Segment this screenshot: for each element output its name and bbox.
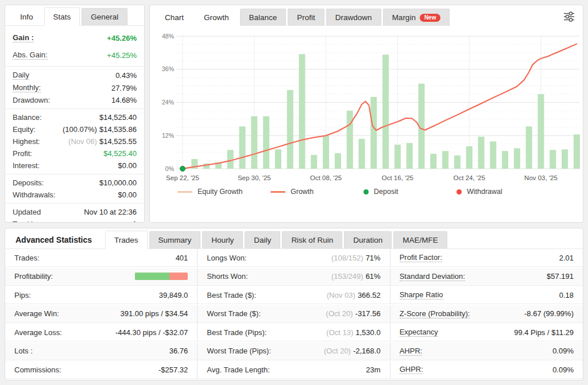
legend-label: Growth bbox=[291, 188, 314, 196]
legend-item-withdrawal[interactable]: Withdrawal bbox=[457, 188, 550, 196]
chart-panel: ChartGrowthBalanceProfitDrawdownMarginNe… bbox=[149, 5, 583, 223]
stat-value: (Oct 13)1,530.0 bbox=[326, 328, 380, 337]
stat-label[interactable]: Abs. Gain: bbox=[13, 50, 48, 60]
stat-label[interactable]: AHPR: bbox=[400, 347, 423, 356]
tab-daily[interactable]: Daily bbox=[245, 231, 280, 248]
tab-info[interactable]: Info bbox=[11, 8, 42, 25]
stat-value: 0.43% bbox=[115, 71, 137, 80]
tab-chart[interactable]: Chart bbox=[156, 9, 193, 26]
stat-label: Best Trade ($): bbox=[207, 291, 256, 300]
tab-growth[interactable]: Growth bbox=[195, 8, 238, 26]
tab-mae-mfe[interactable]: MAE/MFE bbox=[393, 231, 447, 248]
stats-section: Deposits:$10,000.00Withdrawals:$0.00 bbox=[5, 174, 144, 203]
stat-value: -8.67 (99.99%) bbox=[524, 309, 574, 318]
stat-label: Lots : bbox=[14, 347, 33, 355]
stat-row-deposits: Deposits:$10,000.00 bbox=[13, 177, 137, 189]
stat-cell-average-win: Average Win:391.00 pips / $34.54 bbox=[5, 305, 198, 323]
tab-label: Hourly bbox=[211, 236, 234, 244]
stat-row-profit: Profit:$4,525.40 bbox=[13, 147, 137, 160]
legend-item-growth[interactable]: Growth bbox=[270, 188, 363, 196]
stat-value: 14.68% bbox=[111, 96, 137, 104]
stat-label: Equity: bbox=[13, 125, 36, 134]
stat-label: Commissions: bbox=[14, 365, 61, 374]
stat-value: Nov 10 at 22:36 bbox=[84, 208, 137, 216]
stat-label[interactable]: Z-Score (Probability): bbox=[400, 309, 470, 318]
stat-value: 39,849.0 bbox=[159, 291, 188, 300]
svg-text:Sep 30, '25: Sep 30, '25 bbox=[238, 174, 271, 181]
equity-growth-swatch-line-icon bbox=[177, 191, 192, 193]
stat-value: 391.00 pips / $34.54 bbox=[121, 309, 188, 318]
tab-label: Margin bbox=[392, 13, 416, 22]
stats-section: Gain :+45.26%Abs. Gain:+45.25% bbox=[5, 27, 144, 66]
legend-item-deposit[interactable]: Deposit bbox=[363, 188, 457, 196]
chart-settings-icon[interactable] bbox=[561, 9, 577, 24]
tab-label: Risk of Ruin bbox=[291, 236, 333, 244]
stat-label[interactable]: Gain : bbox=[13, 33, 34, 42]
stats-list: Gain :+45.26%Abs. Gain:+45.25%Daily0.43%… bbox=[5, 26, 144, 223]
stat-value: (Nov 03)366.52 bbox=[327, 291, 381, 300]
stat-row-monthly: Monthly:27.79% bbox=[13, 81, 137, 94]
stat-label: Highest: bbox=[13, 137, 40, 146]
svg-text:Sep 22, '25: Sep 22, '25 bbox=[166, 174, 199, 181]
tab-profit[interactable]: Profit bbox=[288, 9, 324, 26]
stat-value: (Nov 06)$14,525.55 bbox=[68, 137, 137, 146]
stat-cell-avg-trade-length: Avg. Trade Length:23m bbox=[198, 361, 390, 379]
stat-value-prefix: (153/249) bbox=[331, 272, 363, 281]
stat-label[interactable]: Profit Factor: bbox=[400, 253, 442, 262]
stat-label: Drawdown: bbox=[13, 96, 50, 104]
stat-value-prefix: (Oct 20) bbox=[324, 347, 351, 355]
stat-cell-best-trade-pips: Best Trade (Pips):(Oct 13)1,530.0 bbox=[198, 324, 390, 341]
tab-label: MAE/MFE bbox=[403, 236, 438, 244]
tab-general[interactable]: General bbox=[82, 8, 127, 25]
tab-trades[interactable]: Trades bbox=[105, 231, 148, 249]
stat-label: Average Loss: bbox=[14, 328, 62, 337]
stat-value: $4,525.40 bbox=[103, 149, 137, 158]
svg-text:24%: 24% bbox=[162, 99, 174, 106]
stat-label[interactable]: Expectancy bbox=[400, 328, 438, 337]
stat-value: +45.26% bbox=[107, 34, 137, 42]
summary-tabstrip: InfoStatsGeneral bbox=[5, 5, 144, 26]
stat-value: 0.18 bbox=[559, 291, 574, 300]
stat-value: $0.00 bbox=[118, 190, 137, 199]
stats-section: UpdatedNov 10 at 22:36Tracking1 bbox=[5, 203, 144, 223]
svg-text:Nov 03, '25: Nov 03, '25 bbox=[524, 174, 558, 181]
tab-label: Balance bbox=[249, 13, 277, 22]
tab-label: Profit bbox=[297, 13, 315, 22]
tab-label: Info bbox=[20, 13, 33, 21]
tab-label: Growth bbox=[204, 13, 229, 22]
tab-risk-of-ruin[interactable]: Risk of Ruin bbox=[282, 231, 342, 248]
stat-value: (108/152)71% bbox=[331, 254, 381, 262]
stat-cell-worst-trade: Worst Trade ($):(Oct 20)-317.56 bbox=[198, 305, 390, 323]
legend-item-equity-growth[interactable]: Equity Growth bbox=[177, 188, 270, 196]
tab-duration[interactable]: Duration bbox=[344, 231, 392, 248]
stat-value: 99.4 Pips / $11.29 bbox=[514, 328, 574, 337]
stat-label: Worst Trade ($): bbox=[207, 309, 261, 318]
tab-hourly[interactable]: Hourly bbox=[202, 231, 243, 248]
statistics-table: Trades:401Longs Won:(108/152)71%Profit F… bbox=[5, 249, 583, 380]
svg-text:Oct 24, '25: Oct 24, '25 bbox=[454, 174, 485, 181]
stat-cell-trades: Trades:401 bbox=[5, 249, 198, 267]
tab-drawdown[interactable]: Drawdown bbox=[326, 9, 381, 26]
svg-text:36%: 36% bbox=[162, 65, 174, 72]
stat-label[interactable]: Daily bbox=[13, 71, 29, 80]
tab-stats[interactable]: Stats bbox=[44, 7, 80, 26]
stat-cell-sharpe-ratio: Sharpe Ratio0.18 bbox=[390, 286, 583, 304]
tab-label: Daily bbox=[254, 236, 271, 244]
growth-chart: 0%12%24%36%48%Sep 22, '25Sep 30, '25Oct … bbox=[150, 29, 583, 188]
tab-margin[interactable]: MarginNew bbox=[383, 9, 450, 26]
tab-balance[interactable]: Balance bbox=[240, 9, 287, 26]
tab-label: Summary bbox=[158, 236, 192, 244]
stat-row-equity: Equity:(100.07%)$14,535.86 bbox=[13, 123, 137, 135]
stat-label[interactable]: GHPR: bbox=[400, 365, 423, 374]
top-row: InfoStatsGeneral Gain :+45.26%Abs. Gain:… bbox=[5, 5, 583, 223]
stat-label[interactable]: Standard Deviation: bbox=[400, 272, 465, 281]
stat-label[interactable]: Monthly: bbox=[13, 83, 41, 92]
stat-row-gain: Gain :+45.26% bbox=[13, 29, 137, 46]
stat-row-balance: Balance:$14,525.40 bbox=[13, 111, 137, 123]
stat-value: $57.191 bbox=[547, 272, 574, 281]
tab-summary[interactable]: Summary bbox=[149, 231, 201, 248]
stat-label: Tracking bbox=[13, 220, 41, 223]
stat-label: Withdrawals: bbox=[13, 190, 55, 199]
stat-label[interactable]: Sharpe Ratio bbox=[400, 290, 443, 300]
stat-value: (Oct 20)-317.56 bbox=[326, 309, 381, 318]
